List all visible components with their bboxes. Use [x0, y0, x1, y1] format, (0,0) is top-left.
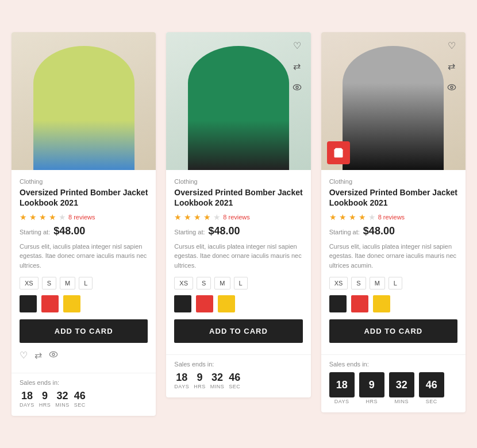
size-m[interactable]: M: [214, 277, 230, 289]
countdown-value: 18: [21, 391, 33, 401]
countdown-value: 32: [57, 391, 68, 401]
color-swatch-1[interactable]: [196, 295, 213, 312]
countdown-value: 32: [211, 372, 223, 383]
product-description: Cursus elit, iaculis platea integer nisl…: [329, 242, 457, 271]
price-label: Starting at:: [174, 229, 205, 235]
product-image-wrapper: [11, 32, 156, 170]
filled-star: ★: [329, 213, 337, 222]
price-value: $48.00: [53, 225, 85, 237]
filled-star: ★: [39, 213, 47, 222]
add-to-card-button[interactable]: ADD TO CARD: [174, 319, 302, 343]
reviews-link[interactable]: 8 reviews: [378, 214, 405, 221]
size-xs[interactable]: XS: [20, 277, 39, 289]
countdown-unit-label: SEC: [426, 399, 437, 404]
add-to-card-button[interactable]: ADD TO CARD: [20, 319, 148, 343]
reviews-link[interactable]: 8 reviews: [68, 214, 95, 221]
compare-icon[interactable]: ⇄: [444, 59, 460, 75]
sizes-row: XSSML: [329, 277, 457, 289]
size-l[interactable]: L: [79, 277, 93, 289]
countdown-sec: 46SEC: [419, 372, 444, 404]
wishlist-icon[interactable]: ♡: [20, 350, 28, 361]
quick-view-icon[interactable]: [444, 79, 460, 95]
compare-icon[interactable]: ⇄: [34, 350, 42, 361]
color-swatch-0[interactable]: [329, 295, 347, 312]
svg-point-4: [448, 84, 455, 90]
countdown-unit-label: MINS: [210, 384, 225, 389]
countdown-unit-label: DAYS: [334, 399, 349, 404]
product-description: Cursus elit, iaculis platea integer nisl…: [174, 242, 302, 271]
wishlist-icon[interactable]: ♡: [444, 38, 460, 54]
countdown-value: 46: [229, 372, 240, 383]
empty-star: ★: [59, 213, 66, 222]
price-row: Starting at:$48.00: [174, 225, 302, 237]
product-card-3: ♡⇄ClothingOversized Printed Bomber Jacke…: [321, 32, 466, 413]
color-swatch-1[interactable]: [41, 295, 59, 312]
size-l[interactable]: L: [388, 277, 402, 289]
countdown-unit-label: DAYS: [20, 402, 34, 408]
countdown-sec: 46SEC: [229, 372, 240, 389]
color-swatch-0[interactable]: [20, 295, 37, 312]
countdown-value: 18: [329, 372, 355, 397]
product-image: [11, 32, 156, 170]
card-body: ClothingOversized Printed Bomber Jacket …: [11, 170, 156, 373]
size-l[interactable]: L: [234, 277, 248, 289]
product-image-wrapper: ♡⇄: [321, 32, 466, 170]
svg-point-2: [293, 84, 301, 90]
price-row: Starting at:$48.00: [20, 225, 148, 237]
color-swatch-2[interactable]: [63, 295, 80, 312]
colors-row: [329, 295, 457, 312]
stars-row: ★★★★★8 reviews: [20, 213, 148, 222]
size-xs[interactable]: XS: [174, 277, 193, 289]
sales-label: Sales ends in:: [20, 379, 148, 386]
sales-countdown-section: Sales ends in:18DAYS9HRS32MINS46SEC: [11, 373, 156, 416]
filled-star: ★: [184, 213, 191, 222]
size-m[interactable]: M: [60, 277, 75, 289]
countdown-unit-label: SEC: [229, 384, 240, 389]
countdown-value: 9: [197, 372, 202, 383]
filled-star: ★: [349, 213, 356, 222]
product-card-2: ♡⇄ClothingOversized Printed Bomber Jacke…: [166, 32, 310, 398]
wishlist-icon[interactable]: ♡: [289, 38, 305, 54]
color-swatch-2[interactable]: [373, 295, 390, 312]
colors-row: [174, 295, 302, 312]
price-label: Starting at:: [20, 229, 50, 235]
filled-star: ★: [339, 213, 347, 222]
compare-icon[interactable]: ⇄: [289, 59, 305, 75]
product-card-1: ClothingOversized Printed Bomber Jacket …: [11, 32, 156, 416]
top-action-icons: ♡⇄: [289, 38, 305, 95]
size-s[interactable]: S: [351, 277, 366, 289]
color-swatch-0[interactable]: [174, 295, 191, 312]
filled-star: ★: [359, 213, 366, 222]
size-s[interactable]: S: [197, 277, 211, 289]
countdown-mins: 32MINS: [389, 372, 414, 404]
size-m[interactable]: M: [370, 277, 385, 289]
quick-view-icon[interactable]: [289, 79, 305, 95]
countdown-value: 9: [42, 391, 48, 401]
add-to-card-button[interactable]: ADD TO CARD: [329, 319, 457, 343]
countdown-mins: 32MINS: [210, 372, 225, 389]
price-value: $48.00: [209, 225, 240, 237]
color-swatch-1[interactable]: [351, 295, 368, 312]
cards-container: ClothingOversized Printed Bomber Jacket …: [11, 32, 466, 416]
filled-star: ★: [194, 213, 201, 222]
size-s[interactable]: S: [42, 277, 56, 289]
countdown-unit-label: HRS: [39, 402, 51, 408]
countdown-mins: 32MINS: [55, 391, 70, 408]
reviews-link[interactable]: 8 reviews: [223, 214, 249, 221]
countdown-days: 18DAYS: [329, 372, 355, 404]
color-swatch-2[interactable]: [218, 295, 235, 312]
svg-point-0: [49, 352, 57, 357]
countdown-unit-label: MINS: [55, 402, 70, 408]
product-category: Clothing: [329, 178, 457, 185]
countdown-row: 18DAYS9HRS32MINS46SEC: [20, 391, 148, 408]
countdown-hrs: 9HRS: [194, 372, 206, 389]
empty-star: ★: [213, 213, 221, 222]
countdown-row: 18DAYS9HRS32MINS46SEC: [174, 372, 302, 389]
size-xs[interactable]: XS: [329, 277, 348, 289]
price-row: Starting at:$48.00: [329, 225, 457, 237]
countdown-unit-label: MINS: [394, 399, 409, 404]
stars-row: ★★★★★8 reviews: [174, 213, 302, 222]
quick-view-icon[interactable]: [49, 350, 58, 361]
cart-badge[interactable]: [327, 141, 350, 164]
sizes-row: XSSML: [20, 277, 148, 289]
